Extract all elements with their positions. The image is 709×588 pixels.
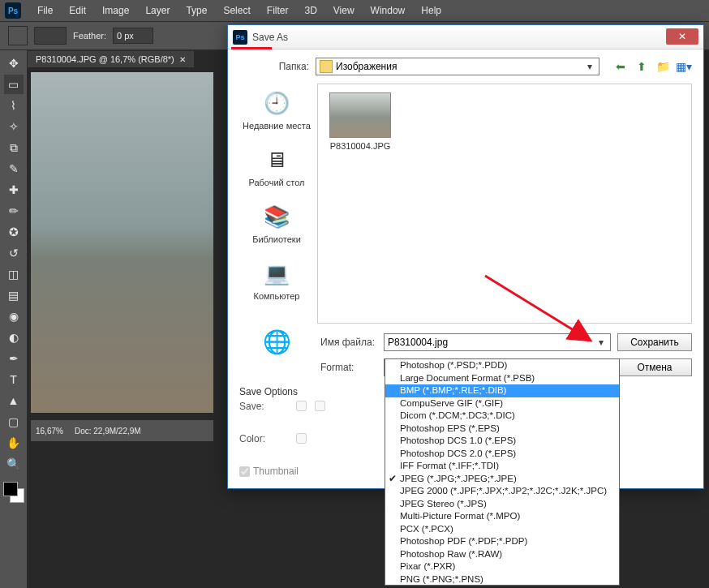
format-option[interactable]: BMP (*.BMP;*.RLE;*.DIB) [385,384,619,397]
brush-tool-icon[interactable]: ✏ [4,201,24,221]
new-folder-icon[interactable]: 📁 [655,58,671,75]
crop-tool-icon[interactable]: ⧉ [4,138,24,157]
format-dropdown-list[interactable]: Photoshop (*.PSD;*.PDD)Large Document Fo… [385,358,620,586]
color-checkbox-1[interactable] [296,433,307,444]
shape-tool-icon[interactable]: ▢ [4,412,24,431]
folder-combo[interactable]: Изображения ▾ [316,58,599,75]
places-bar: 🕘Недавние места🖥Рабочий стол📚Библиотеки💻… [239,84,314,324]
place-label: Библиотеки [252,234,301,244]
menu-edit[interactable]: Edit [61,5,94,16]
format-option[interactable]: ✔JPEG (*.JPG;*.JPEG;*.JPE) [385,473,619,486]
place-icon: 🖥 [262,145,291,174]
history-brush-tool-icon[interactable]: ↺ [4,243,24,263]
format-option[interactable]: Photoshop (*.PSD;*.PDD) [385,359,619,372]
format-option[interactable]: CompuServe GIF (*.GIF) [385,397,619,410]
dialog-titlebar[interactable]: Ps Save As ✕ [228,25,703,49]
feather-input[interactable] [113,28,153,44]
format-option[interactable]: Multi-Picture Format (*.MPO) [385,510,619,523]
menu-window[interactable]: Window [363,5,414,16]
close-tab-icon[interactable]: ✕ [179,55,186,64]
format-option[interactable]: JPEG Stereo (*.JPS) [385,498,619,511]
folder-icon [320,60,333,73]
menu-filter[interactable]: Filter [259,5,297,16]
menu-image[interactable]: Image [94,5,137,16]
close-button[interactable]: ✕ [666,28,698,45]
format-option[interactable]: Dicom (*.DCM;*.DC3;*.DIC) [385,410,619,423]
toolbox: ✥ ▭ ⌇ ✧ ⧉ ✎ ✚ ✏ ✪ ↺ ◫ ▤ ◉ ◐ ✒ T ▲ ▢ ✋ 🔍 [0,50,28,588]
chevron-down-icon[interactable]: ▾ [583,60,596,73]
menu-select[interactable]: Select [215,5,258,16]
photoshop-logo: Ps [5,2,21,19]
place-label: Компьютер [254,291,300,301]
filename-input[interactable]: P8310004.jpg ▾ [384,333,611,351]
menu-view[interactable]: View [325,5,363,16]
place-label: Рабочий стол [248,178,304,187]
move-tool-icon[interactable]: ✥ [4,54,24,73]
cancel-button[interactable]: Отмена [617,358,692,376]
place-item[interactable]: 💻Компьютер [254,259,300,301]
place-item[interactable]: 🕘Недавние места [243,88,311,131]
place-icon: 🕘 [262,88,291,118]
save-button[interactable]: Сохранить [617,333,692,351]
document-canvas[interactable] [31,72,213,413]
place-item[interactable]: 📚Библиотеки [252,202,301,244]
eraser-tool-icon[interactable]: ◫ [4,264,24,284]
zoom-level[interactable]: 16,67% [36,427,63,436]
format-option[interactable]: Photoshop PDF (*.PDF;*.PDP) [385,535,619,548]
format-option[interactable]: Pixar (*.PXR) [385,560,619,573]
up-icon[interactable]: ⬆ [634,58,650,75]
format-option[interactable]: PNG (*.PNG;*.PNS) [385,573,619,586]
photoshop-icon: Ps [233,30,247,45]
marquee-mode-group[interactable] [34,27,67,45]
format-option[interactable]: Large Document Format (*.PSB) [385,372,619,385]
place-icon: 💻 [262,259,291,288]
format-option[interactable]: Photoshop EPS (*.EPS) [385,423,619,436]
path-select-tool-icon[interactable]: ▲ [4,391,24,410]
menu-layer[interactable]: Layer [137,5,178,16]
healing-brush-tool-icon[interactable]: ✚ [4,180,24,200]
clone-stamp-tool-icon[interactable]: ✪ [4,222,24,242]
menu-type[interactable]: Type [178,5,215,16]
format-option[interactable]: PCX (*.PCX) [385,523,619,536]
type-tool-icon[interactable]: T [4,370,24,389]
fg-color-swatch[interactable] [3,482,18,496]
eyedropper-tool-icon[interactable]: ✎ [4,159,24,178]
view-menu-icon[interactable]: ▦▾ [676,58,692,75]
feather-label: Feather: [73,31,106,41]
format-option[interactable]: Photoshop Raw (*.RAW) [385,548,619,561]
magic-wand-tool-icon[interactable]: ✧ [4,117,24,136]
zoom-tool-icon[interactable]: 🔍 [4,454,24,474]
color-swatches[interactable] [3,482,24,503]
format-option[interactable]: IFF Format (*.IFF;*.TDI) [385,460,619,473]
network-icon[interactable]: 🌐 [263,328,291,355]
save-row-label: Save: [239,401,288,412]
document-tab[interactable]: P8310004.JPG @ 16,7% (RGB/8*) ✕ [28,50,194,67]
place-item[interactable]: 🖥Рабочий стол [248,145,304,187]
menu-help[interactable]: Help [413,5,449,16]
lasso-tool-icon[interactable]: ⌇ [4,96,24,115]
file-thumbnail[interactable]: P8310004.JPG [326,92,394,151]
marquee-tool-icon[interactable]: ▭ [4,75,24,94]
chevron-down-icon[interactable]: ▾ [595,336,608,349]
place-label: Недавние места [243,121,311,131]
hand-tool-icon[interactable]: ✋ [4,433,24,453]
app-menubar: Ps FileEditImageLayerTypeSelectFilter3DV… [0,0,709,21]
dodge-tool-icon[interactable]: ◐ [4,328,24,347]
save-checkbox-1[interactable] [296,401,307,411]
place-icon: 📚 [262,202,291,231]
format-label: Format: [320,362,377,373]
menu-3d[interactable]: 3D [296,5,324,16]
dialog-title: Save As [252,32,288,43]
save-checkbox-2[interactable] [315,401,325,411]
pen-tool-icon[interactable]: ✒ [4,349,24,368]
blur-tool-icon[interactable]: ◉ [4,307,24,326]
format-option[interactable]: JPEG 2000 (*.JPF;*.JPX;*.JP2;*.J2C;*.J2K… [385,485,619,498]
format-option[interactable]: Photoshop DCS 2.0 (*.EPS) [385,448,619,461]
file-list[interactable]: P8310004.JPG [317,84,692,324]
back-icon[interactable]: ⬅ [612,58,629,75]
gradient-tool-icon[interactable]: ▤ [4,285,24,305]
folder-label: Папка: [239,61,309,72]
format-option[interactable]: Photoshop DCS 1.0 (*.EPS) [385,435,619,448]
tool-preset-icon[interactable] [8,26,28,45]
menu-file[interactable]: File [29,5,61,16]
